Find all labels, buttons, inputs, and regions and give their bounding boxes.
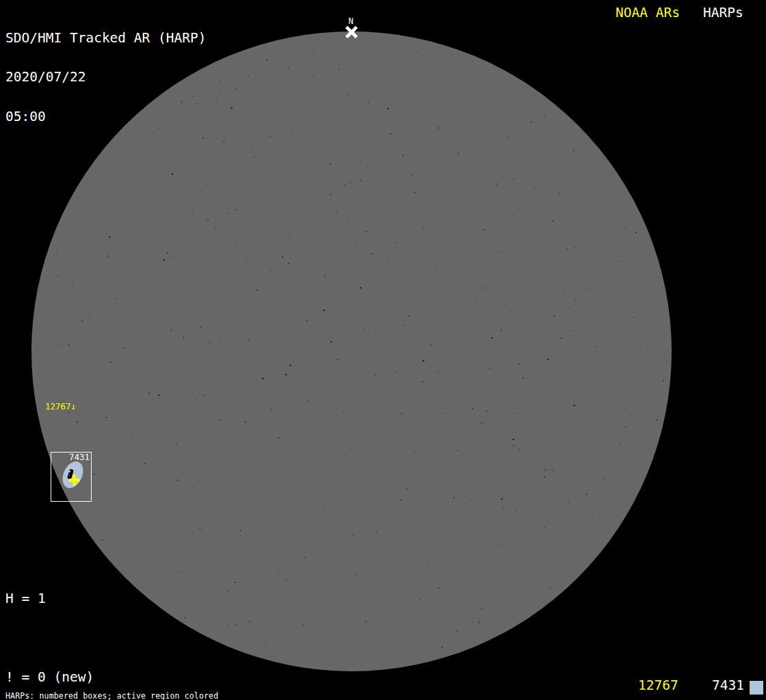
title-block: SDO/HMI Tracked AR (HARP) 2020/07/22 05:… xyxy=(5,5,207,137)
noaa-ar-shifted-label: 12767↓ xyxy=(45,402,76,411)
north-label: N xyxy=(344,17,358,25)
time-label: 05:00 xyxy=(5,110,207,123)
harp-color-swatch xyxy=(750,681,763,695)
listed-noaa-number: 12767 xyxy=(638,679,678,692)
footnotes: HARPs: numbered boxes; active region col… xyxy=(5,675,286,700)
date-label: 2020/07/22 xyxy=(5,70,207,83)
listed-harp-number: 7431 xyxy=(712,679,744,692)
harp-tracking-screen: { "colors": { "background": "#000000", "… xyxy=(0,0,766,700)
harps-column-header: HARPs xyxy=(703,6,743,20)
footnote-harps: HARPs: numbered boxes; active region col… xyxy=(5,692,286,700)
harp-bounding-box: 7431 xyxy=(51,452,92,502)
page-title: SDO/HMI Tracked AR (HARP) xyxy=(5,31,207,44)
north-x-icon xyxy=(345,25,358,39)
legend-spacer xyxy=(5,631,158,644)
noaa-ars-column-header: NOAA ARs xyxy=(616,6,680,20)
harp-number-label: 7431 xyxy=(69,453,90,461)
legend-harp-count: H = 1 xyxy=(5,592,158,605)
